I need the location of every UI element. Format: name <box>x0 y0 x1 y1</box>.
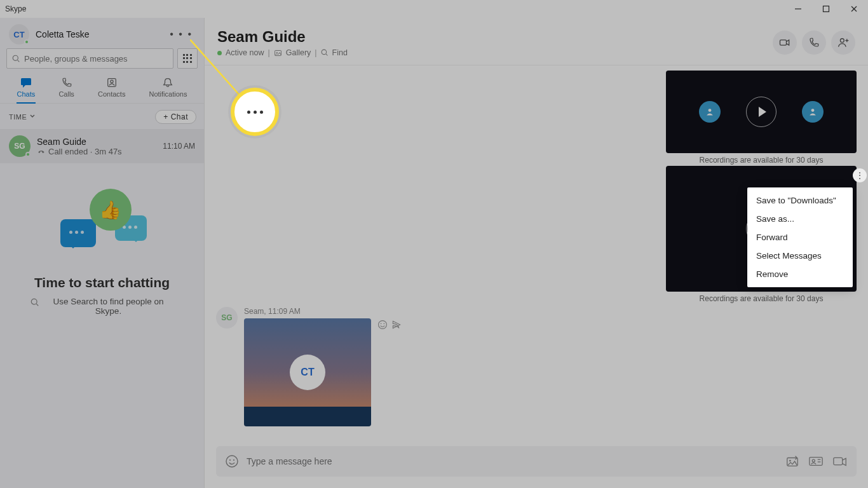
message-time: 11:09 AM <box>268 307 301 316</box>
participant-avatar-icon <box>802 101 824 123</box>
svg-point-25 <box>226 456 238 467</box>
play-button[interactable] <box>746 97 776 127</box>
maximize-button[interactable] <box>812 0 840 18</box>
video-call-button[interactable] <box>773 30 797 55</box>
svg-rect-6 <box>21 78 31 85</box>
plus-icon: + <box>163 112 168 121</box>
nav-tabs: Chats Calls Contacts Notifications <box>0 74 204 104</box>
more-icon <box>247 111 263 114</box>
add-participant-button[interactable] <box>831 30 855 55</box>
message-more-button[interactable]: ⋮ <box>853 168 867 182</box>
tab-chats[interactable]: Chats <box>15 75 38 99</box>
sidebar-more-button[interactable]: • • • <box>167 26 195 43</box>
react-smile-icon[interactable] <box>377 320 388 330</box>
contact-card-icon[interactable] <box>808 454 824 468</box>
close-button[interactable] <box>840 0 868 18</box>
gallery-link[interactable]: Gallery <box>286 48 311 57</box>
svg-rect-16 <box>780 40 787 45</box>
conversation-time: 11:10 AM <box>163 142 195 151</box>
phone-icon <box>808 37 820 48</box>
contacts-icon <box>105 76 118 89</box>
tab-calls[interactable]: Calls <box>56 75 76 99</box>
tab-notifications-label: Notifications <box>149 90 187 98</box>
svg-point-17 <box>840 39 844 43</box>
dialpad-button[interactable] <box>177 48 198 69</box>
conversation-pane: Seam Guide Active now | Gallery | Find <box>205 18 868 488</box>
gallery-icon <box>274 49 282 57</box>
svg-point-27 <box>233 459 234 461</box>
message-image[interactable]: CT <box>244 318 371 426</box>
bell-icon <box>161 76 174 89</box>
conversation-item[interactable]: SG Seam Guide Call ended · 3m 47s 11:10 … <box>0 129 204 163</box>
video-message-icon[interactable] <box>832 454 848 468</box>
forward-icon[interactable] <box>391 320 402 330</box>
sidebar: CT Coletta Teske • • • People, groups & … <box>0 18 205 488</box>
empty-state: 👍 Time to start chatting Use Search to f… <box>0 163 204 341</box>
empty-illustration: 👍 <box>58 189 147 265</box>
conversation-subtitle: Call ended · 3m 47s <box>37 147 156 156</box>
title-bar: Skype <box>0 0 868 18</box>
conversation-header: Seam Guide Active now | Gallery | Find <box>205 18 868 65</box>
audio-call-button[interactable] <box>802 30 826 55</box>
new-chat-label: Chat <box>171 112 188 121</box>
search-placeholder: People, groups & messages <box>24 54 128 64</box>
svg-point-20 <box>709 109 712 112</box>
self-name[interactable]: Coletta Teske <box>36 29 90 39</box>
call-ended-icon <box>37 147 46 156</box>
tab-calls-label: Calls <box>58 90 74 98</box>
conversation-status-row: Active now | Gallery | Find <box>217 48 348 57</box>
presence-dot-icon <box>25 152 31 157</box>
message-sender: Seam <box>244 307 264 316</box>
svg-point-29 <box>789 460 791 462</box>
tab-chats-label: Chats <box>17 90 36 98</box>
menu-forward[interactable]: Forward <box>747 228 853 247</box>
filter-row: TIME + Chat <box>0 104 204 129</box>
chat-icon <box>20 76 32 89</box>
chevron-down-icon <box>29 113 36 119</box>
participant-avatar-icon <box>699 101 721 123</box>
menu-save-downloads[interactable]: Save to "Downloads" <box>747 191 853 210</box>
message-meta: Seam, 11:09 AM <box>244 307 371 316</box>
search-input[interactable]: People, groups & messages <box>6 48 173 69</box>
find-link[interactable]: Find <box>332 48 348 57</box>
message-avatar: SG <box>216 307 238 329</box>
recording-caption: Recordings are available for 30 days <box>666 294 857 303</box>
active-now-text: Active now <box>226 48 264 57</box>
svg-rect-34 <box>834 458 843 464</box>
filter-time[interactable]: TIME <box>9 113 36 121</box>
message-input[interactable] <box>247 456 778 466</box>
tab-contacts[interactable]: Contacts <box>95 75 128 99</box>
recording-caption: Recordings are available for 30 days <box>666 156 857 165</box>
presence-dot-icon <box>24 39 29 44</box>
callout-highlight <box>231 88 279 136</box>
svg-line-5 <box>18 60 20 62</box>
app-title: Skype <box>5 4 26 13</box>
svg-point-21 <box>811 109 815 112</box>
conversation-title: Seam Guide <box>37 137 156 147</box>
conversation-avatar: SG <box>9 135 31 157</box>
dialpad-icon <box>183 54 192 63</box>
menu-remove[interactable]: Remove <box>747 265 853 283</box>
menu-select-messages[interactable]: Select Messages <box>747 247 853 265</box>
context-menu: Save to "Downloads" Save as... Forward S… <box>747 187 853 287</box>
message-reactions <box>377 320 402 330</box>
emoji-icon[interactable] <box>225 454 239 468</box>
presence-dot-icon <box>217 51 222 55</box>
attach-image-icon[interactable] <box>785 454 799 468</box>
self-avatar[interactable]: CT <box>9 24 29 44</box>
conversation-avatar-initials: SG <box>14 142 25 151</box>
separator: | <box>268 48 269 57</box>
tab-notifications[interactable]: Notifications <box>147 75 190 99</box>
add-user-icon <box>837 36 850 49</box>
filter-label: TIME <box>9 113 27 121</box>
search-icon <box>31 298 39 307</box>
svg-point-14 <box>322 50 327 55</box>
recording-thumbnail[interactable] <box>666 71 857 153</box>
svg-point-23 <box>381 323 382 325</box>
svg-point-26 <box>229 459 231 461</box>
contact-badge-initials: CT <box>301 367 314 378</box>
conversation-header-title: Seam Guide <box>217 28 348 46</box>
new-chat-button[interactable]: + Chat <box>155 110 196 124</box>
menu-save-as[interactable]: Save as... <box>747 210 853 228</box>
minimize-button[interactable] <box>784 0 812 18</box>
